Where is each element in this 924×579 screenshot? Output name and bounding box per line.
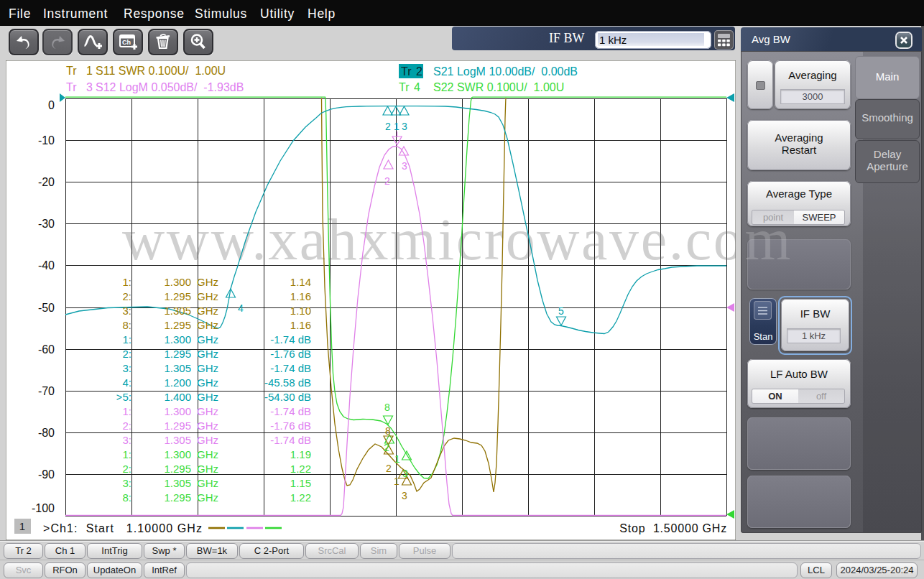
svg-text:3:: 3: bbox=[122, 362, 131, 374]
svg-text:3: 3 bbox=[402, 121, 407, 132]
svg-text:-54.30 dB: -54.30 dB bbox=[264, 391, 311, 403]
svg-text:1.19: 1.19 bbox=[290, 448, 311, 460]
svg-text:GHz: GHz bbox=[197, 420, 218, 432]
svg-text:GHz: GHz bbox=[197, 319, 218, 331]
svg-text:2: 2 bbox=[384, 175, 390, 187]
svg-text:1.295: 1.295 bbox=[164, 420, 191, 432]
svg-text:1:: 1: bbox=[122, 333, 131, 346]
svg-text:GHz: GHz bbox=[197, 305, 218, 317]
svg-text:3:: 3: bbox=[122, 477, 131, 489]
svg-text:-1.76 dB: -1.76 dB bbox=[270, 348, 311, 360]
svg-text:1.22: 1.22 bbox=[290, 463, 311, 475]
svg-text:-1.74 dB: -1.74 dB bbox=[270, 434, 311, 446]
svg-text:1: 1 bbox=[394, 453, 400, 465]
svg-text:1: 1 bbox=[86, 65, 93, 77]
svg-text:1.300: 1.300 bbox=[164, 276, 191, 288]
svg-text:GHz: GHz bbox=[197, 477, 218, 489]
svg-text:-60: -60 bbox=[38, 343, 55, 356]
svg-text:Tr: Tr bbox=[399, 81, 410, 93]
svg-text:1.14: 1.14 bbox=[290, 276, 311, 288]
svg-text:1.300: 1.300 bbox=[164, 448, 191, 460]
svg-text:3: 3 bbox=[86, 81, 93, 93]
svg-text:8: 8 bbox=[384, 402, 390, 413]
svg-text:GHz: GHz bbox=[197, 463, 218, 475]
svg-text:3: 3 bbox=[402, 160, 407, 172]
svg-text:1.295: 1.295 bbox=[164, 463, 191, 475]
svg-text:GHz: GHz bbox=[197, 491, 218, 504]
svg-text:www.xahxmicrowave.com: www.xahxmicrowave.com bbox=[122, 207, 736, 272]
svg-text:-10: -10 bbox=[38, 134, 55, 147]
svg-text:GHz: GHz bbox=[197, 276, 218, 288]
svg-text:1.295: 1.295 bbox=[164, 491, 191, 504]
svg-text:-80: -80 bbox=[38, 427, 55, 439]
svg-text:8:: 8: bbox=[122, 491, 131, 504]
svg-text:1: 1 bbox=[394, 121, 399, 132]
svg-text:1.200: 1.200 bbox=[164, 376, 191, 389]
svg-text:2: 2 bbox=[385, 121, 391, 132]
svg-text:>Ch1: Start 1.10000 GHz: >Ch1: Start 1.10000 GHz bbox=[43, 522, 203, 534]
svg-text:-40: -40 bbox=[38, 259, 55, 272]
svg-text:3: 3 bbox=[402, 490, 407, 501]
svg-text:2:: 2: bbox=[122, 290, 131, 302]
svg-text:GHz: GHz bbox=[197, 348, 218, 360]
svg-text:1.295: 1.295 bbox=[164, 290, 191, 302]
svg-text:GHz: GHz bbox=[197, 391, 218, 403]
svg-text:2: 2 bbox=[384, 442, 389, 453]
svg-text:3: 3 bbox=[402, 468, 408, 479]
svg-text:-1.76 dB: -1.76 dB bbox=[270, 420, 311, 432]
svg-text:1.10: 1.10 bbox=[290, 305, 311, 317]
svg-text:4: 4 bbox=[414, 81, 420, 93]
svg-text:2:: 2: bbox=[122, 420, 131, 432]
svg-text:Ch: Ch bbox=[122, 39, 131, 46]
svg-text:4: 4 bbox=[238, 302, 244, 314]
svg-text:GHz: GHz bbox=[197, 333, 218, 346]
svg-text:-45.58 dB: -45.58 dB bbox=[264, 376, 311, 389]
svg-text:GHz: GHz bbox=[197, 376, 218, 389]
svg-text:1.400: 1.400 bbox=[164, 391, 191, 403]
svg-text:1.16: 1.16 bbox=[290, 319, 311, 331]
svg-text:3:: 3: bbox=[122, 434, 131, 446]
svg-text:4:: 4: bbox=[122, 376, 131, 389]
svg-text:Tr: Tr bbox=[66, 65, 77, 77]
svg-text:1: 1 bbox=[19, 520, 25, 532]
svg-text:1: 1 bbox=[394, 476, 399, 487]
svg-text:-1.74 dB: -1.74 dB bbox=[270, 405, 311, 417]
svg-text:1.22: 1.22 bbox=[290, 491, 311, 504]
svg-text:1:: 1: bbox=[122, 405, 131, 417]
svg-text:2: 2 bbox=[416, 65, 422, 78]
svg-text:3:: 3: bbox=[122, 305, 131, 317]
svg-text:S12 LogM 0.050dB/ -1.93dB: S12 LogM 0.050dB/ -1.93dB bbox=[96, 81, 244, 93]
svg-text:-1.74 dB: -1.74 dB bbox=[270, 362, 311, 374]
svg-text:Tr: Tr bbox=[66, 81, 77, 93]
svg-text:2: 2 bbox=[386, 463, 392, 474]
svg-text:-1.74 dB: -1.74 dB bbox=[270, 333, 311, 346]
svg-text:S22 SWR 0.100U/ 1.00U: S22 SWR 0.100U/ 1.00U bbox=[433, 81, 564, 93]
svg-text:1.295: 1.295 bbox=[164, 348, 191, 360]
svg-text:-70: -70 bbox=[38, 385, 55, 397]
svg-text:GHz: GHz bbox=[197, 362, 218, 374]
svg-text:1:: 1: bbox=[122, 276, 131, 288]
svg-text:5:: 5: bbox=[122, 391, 131, 403]
svg-text:-50: -50 bbox=[38, 302, 55, 314]
svg-text:GHz: GHz bbox=[197, 405, 218, 417]
svg-text:1.15: 1.15 bbox=[290, 477, 311, 489]
svg-text:-20: -20 bbox=[38, 176, 55, 188]
svg-text:8:: 8: bbox=[122, 319, 131, 331]
svg-text:1.300: 1.300 bbox=[164, 405, 191, 417]
svg-text:5: 5 bbox=[558, 305, 564, 317]
svg-text:1.295: 1.295 bbox=[164, 319, 191, 331]
svg-text:GHz: GHz bbox=[197, 434, 218, 446]
svg-text:-30: -30 bbox=[38, 218, 55, 230]
svg-text:0: 0 bbox=[48, 99, 55, 111]
svg-text:>: > bbox=[116, 392, 122, 403]
svg-text:1.16: 1.16 bbox=[290, 290, 311, 302]
svg-text:2:: 2: bbox=[122, 463, 131, 475]
svg-text:1:: 1: bbox=[122, 448, 131, 460]
svg-text:-100: -100 bbox=[32, 502, 55, 514]
svg-text:GHz: GHz bbox=[197, 448, 218, 460]
svg-text:S11 SWR 0.100U/ 1.00U: S11 SWR 0.100U/ 1.00U bbox=[96, 65, 226, 77]
svg-text:1.305: 1.305 bbox=[164, 362, 191, 374]
svg-text:Tr: Tr bbox=[401, 65, 412, 78]
svg-text:GHz: GHz bbox=[197, 290, 218, 302]
svg-text:1.305: 1.305 bbox=[164, 434, 191, 446]
